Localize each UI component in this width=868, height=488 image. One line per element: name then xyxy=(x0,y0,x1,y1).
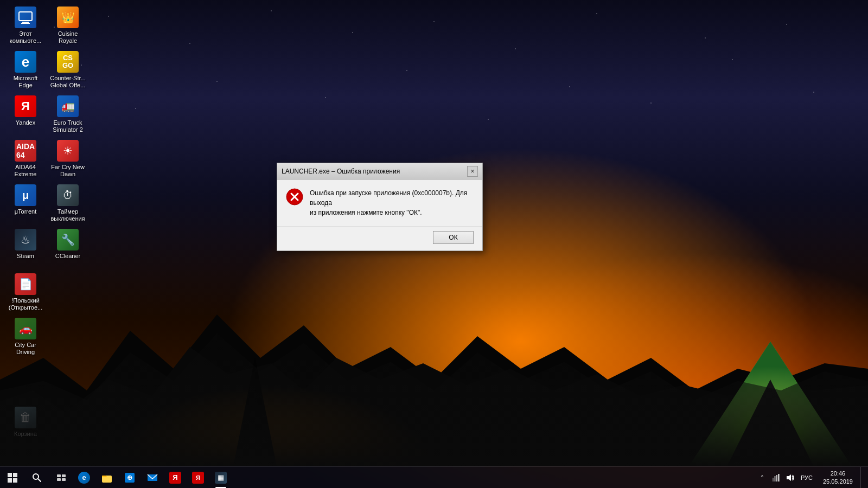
svg-rect-7 xyxy=(19,12,32,21)
csgo-icon: CSGO xyxy=(57,51,79,73)
taskbar-taskview-button[interactable] xyxy=(49,467,73,489)
taskbar-explorer-icon[interactable] xyxy=(96,467,118,489)
desktop-icon-csgo[interactable]: CSGO Counter-Str... Global Offe... xyxy=(47,49,89,93)
my-computer-label: Этот компьюте... xyxy=(7,30,44,44)
svg-marker-6 xyxy=(727,380,814,466)
desktop: Этот компьюте... e Microsoft Edge Я Yand… xyxy=(0,0,868,488)
svg-rect-22 xyxy=(62,478,66,481)
desktop-icon-cuisine[interactable]: 👑 Cuisine Royale xyxy=(47,4,89,49)
search-icon xyxy=(32,473,42,483)
ccleaner-icon: 🔧 xyxy=(57,229,79,251)
svg-marker-2 xyxy=(233,358,277,466)
taskbar-launcher-icon[interactable]: ▦ xyxy=(210,467,232,489)
steam-icon: ♨ xyxy=(15,229,36,251)
taskbar-yandex-icon[interactable]: Я xyxy=(164,467,186,489)
desktop-icons: Этот компьюте... e Microsoft Edge Я Yand… xyxy=(0,0,93,466)
svg-marker-3 xyxy=(239,390,271,466)
taskbar-mail-icon[interactable] xyxy=(142,467,163,489)
edge-icon: e xyxy=(15,51,36,73)
tent xyxy=(689,336,852,466)
dialog-titlebar: LAUNCHER.exe – Ошибка приложения × xyxy=(277,163,482,179)
taskbar-tray: ^ РУС xyxy=(756,467,868,489)
desktop-icon-eurotruck[interactable]: 🚛 Euro Truck Simulator 2 xyxy=(47,93,89,138)
taskview-icon xyxy=(56,473,66,483)
dialog-title: LAUNCHER.exe – Ошибка приложения xyxy=(282,168,467,175)
store-icon: ⊕ xyxy=(124,472,136,484)
farcry-label: Far Cry New Dawn xyxy=(49,164,87,178)
yandex-label: Yandex xyxy=(16,119,36,126)
tray-language-indicator[interactable]: РУС xyxy=(798,467,815,489)
cuisine-label: Cuisine Royale xyxy=(49,30,87,44)
my-computer-icon xyxy=(15,7,36,28)
desktop-icon-timer[interactable]: ⏱ Таймер выключения xyxy=(47,182,89,227)
yandex-icon: Я xyxy=(15,95,36,117)
error-text-line2: из приложения нажмите кнопку "ОК". xyxy=(310,208,474,217)
dialog-message: Ошибка при запуске приложения (0xc000007… xyxy=(310,188,474,217)
tray-volume-icon[interactable] xyxy=(784,467,797,489)
error-dialog: LAUNCHER.exe – Ошибка приложения × Ошибк… xyxy=(277,163,483,251)
taskbar-time: 20:46 xyxy=(831,470,846,477)
svg-rect-13 xyxy=(8,473,12,477)
farcry-icon: ☀ xyxy=(57,140,79,162)
svg-marker-31 xyxy=(787,474,791,481)
tray-network-icon[interactable] xyxy=(770,467,783,489)
taskbar-start-button[interactable] xyxy=(0,467,24,489)
tray-expand-button[interactable]: ^ xyxy=(756,467,769,489)
svg-rect-8 xyxy=(22,22,29,23)
tree-silhouette xyxy=(233,358,277,466)
svg-rect-19 xyxy=(57,474,61,477)
desktop-icon-utorrent[interactable]: μ μTorrent xyxy=(4,182,47,227)
steam-label: Steam xyxy=(17,253,34,260)
desktop-icon-farcry[interactable]: ☀ Far Cry New Dawn xyxy=(47,138,89,182)
svg-rect-15 xyxy=(8,478,12,483)
desktop-icon-my-computer[interactable]: Этот компьюте... xyxy=(4,4,47,49)
eurotruck-label: Euro Truck Simulator 2 xyxy=(49,119,87,133)
timer-icon: ⏱ xyxy=(57,184,79,206)
taskbar-search-button[interactable] xyxy=(24,467,49,489)
svg-marker-5 xyxy=(689,342,852,466)
citycar-label: City Car Driving xyxy=(7,342,44,356)
taskbar-date: 25.05.2019 xyxy=(823,478,853,485)
ground-glow xyxy=(108,385,434,466)
desktop-icon-edge[interactable]: e Microsoft Edge xyxy=(4,49,47,93)
csgo-label: Counter-Str... Global Offe... xyxy=(49,75,87,89)
svg-rect-29 xyxy=(776,475,777,481)
taskbar-edge-icon[interactable]: e xyxy=(73,467,95,489)
aida64-label: AIDA64 Extreme xyxy=(7,164,44,178)
taskbar-clock[interactable]: 20:46 25.05.2019 xyxy=(816,467,859,489)
dialog-ok-button[interactable]: ОК xyxy=(433,231,474,244)
desktop-icon-ccleaner[interactable]: 🔧 CCleaner xyxy=(47,227,89,271)
desktop-icon-aida64[interactable]: AIDA64 AIDA64 Extreme xyxy=(4,138,47,182)
desktop-icon-polish[interactable]: 📄 !Польский (Открытое... xyxy=(4,271,47,316)
desktop-icon-steam[interactable]: ♨ Steam xyxy=(4,227,47,271)
dialog-footer: ОК xyxy=(277,226,482,251)
cuisine-icon: 👑 xyxy=(57,7,79,28)
error-text-line1: Ошибка при запуске приложения (0xc000007… xyxy=(310,188,474,208)
svg-text:⊕: ⊕ xyxy=(127,474,132,481)
error-icon xyxy=(286,188,303,206)
timer-label: Таймер выключения xyxy=(49,208,87,222)
network-icon xyxy=(772,473,781,482)
taskbar: e ⊕ xyxy=(0,466,868,488)
desktop-icon-citycar[interactable]: 🚗 City Car Driving xyxy=(4,316,47,360)
dialog-close-button[interactable]: × xyxy=(467,166,478,177)
citycar-icon: 🚗 xyxy=(15,318,36,339)
polish-label: !Польский (Открытое... xyxy=(7,297,44,311)
aida64-icon: AIDA64 xyxy=(15,140,36,162)
taskbar-store-icon[interactable]: ⊕ xyxy=(119,467,141,489)
desktop-icon-trash[interactable]: 🗑 Корзина xyxy=(4,404,47,449)
svg-rect-20 xyxy=(62,474,66,477)
trash-icon: 🗑 xyxy=(15,407,36,428)
utorrent-label: μTorrent xyxy=(15,208,37,215)
volume-icon xyxy=(786,473,795,482)
svg-rect-14 xyxy=(13,473,17,477)
svg-rect-28 xyxy=(774,476,775,481)
desktop-icon-yandex[interactable]: Я Yandex xyxy=(4,93,47,138)
svg-rect-30 xyxy=(778,474,779,481)
taskbar-yandex2-icon[interactable]: Я xyxy=(187,467,209,489)
utorrent-icon: μ xyxy=(15,184,36,206)
show-desktop-button[interactable] xyxy=(860,467,864,489)
polish-icon: 📄 xyxy=(15,273,36,295)
ccleaner-label: CCleaner xyxy=(55,253,80,260)
eurotruck-icon: 🚛 xyxy=(57,95,79,117)
